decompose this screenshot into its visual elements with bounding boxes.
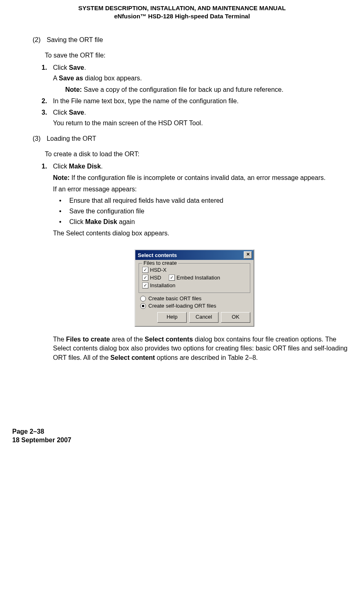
note-text: If the configuration file is incomplete … — [71, 174, 325, 181]
header-line1: SYSTEM DESCRIPTION, INSTALLATION, AND MA… — [12, 4, 352, 12]
radio-selfloading[interactable] — [140, 303, 146, 309]
radio-dot-icon — [142, 305, 144, 307]
s2-step3: 3. Click Save. You return to the main sc… — [53, 109, 352, 127]
footer-date: 18 September 2007 — [12, 436, 352, 445]
s3-note: Note: If the configuration file is incom… — [53, 174, 352, 182]
dialog-titlebar: Select contents ✕ — [135, 250, 254, 260]
select-contents-dialog: Select contents ✕ Files to create ✓ HSD-… — [135, 249, 254, 327]
section-3-title: Loading the ORT — [46, 135, 96, 142]
bullet-1: Ensure that all required fields have val… — [59, 197, 352, 204]
s2-step1-body: A Save as dialog box appears. — [53, 75, 352, 82]
section-3-intro: To create a disk to load the ORT: — [45, 151, 352, 158]
s3-err-intro: If an error message appears: — [53, 186, 352, 193]
section-3-heading: (3) Loading the ORT — [33, 135, 352, 142]
s2-step1-text: Click Save. — [53, 64, 86, 71]
s3-step1-text: Click Make Disk. — [53, 163, 103, 170]
checkbox-hsd-label: HSD — [150, 275, 167, 281]
s3-select-line: The Select contents dialog box appears. — [53, 230, 352, 237]
group-label: Files to create — [142, 260, 178, 266]
bullet-2: Save the configuration file — [59, 208, 352, 215]
s2-step3-num: 3. — [42, 109, 47, 116]
note-label: Note: — [65, 86, 84, 93]
cancel-button[interactable]: Cancel — [189, 312, 218, 323]
section-2-title: Saving the ORT file — [46, 36, 103, 43]
checkbox-install-label: Installation — [150, 282, 175, 288]
s2-step2-text: In the File name text box, type the name… — [53, 98, 238, 104]
s3-step1: 1. Click Make Disk. — [53, 163, 352, 170]
checkbox-embed-label: Embed Installation — [176, 275, 220, 281]
s2-note: Note: Save a copy of the configuration f… — [65, 86, 352, 93]
s2-step3-text: Click Save. — [53, 109, 86, 116]
s3-step1-num: 1. — [42, 163, 47, 170]
s3-bullets: Ensure that all required fields have val… — [59, 197, 352, 226]
files-to-create-group: Files to create ✓ HSD-X ✓ HSD ✓ Embed In… — [139, 263, 250, 293]
radio-basic[interactable] — [140, 296, 146, 302]
radio-basic-label: Create basic ORT files — [148, 295, 201, 302]
section-3-num: (3) — [33, 135, 45, 142]
radio-selfloading-label: Create self-loading ORT files — [148, 303, 216, 309]
s2-step1-num: 1. — [42, 64, 47, 71]
after-dialog-para: The Files to create area of the Select c… — [53, 335, 352, 362]
dialog-title: Select contents — [137, 252, 177, 258]
checkbox-embed[interactable]: ✓ — [169, 275, 175, 281]
checkbox-hsd[interactable]: ✓ — [142, 275, 148, 281]
note-text: Save a copy of the configuration file fo… — [84, 86, 283, 93]
page-footer: Page 2–38 18 September 2007 — [12, 428, 352, 445]
s2-step3-body: You return to the main screen of the HSD… — [53, 120, 352, 127]
note-label: Note: — [53, 174, 71, 181]
ok-button[interactable]: OK — [221, 312, 250, 323]
checkbox-hsdx-label: HSD-X — [150, 267, 166, 273]
s2-step2: 2. In the File name text box, type the n… — [53, 98, 352, 105]
help-button[interactable]: Help — [157, 312, 187, 323]
s2-step2-num: 2. — [42, 98, 47, 105]
close-icon[interactable]: ✕ — [244, 251, 252, 259]
header-line2: eNfusion™ HSD-128 High-speed Data Termin… — [12, 12, 352, 20]
section-2-intro: To save the ORT file: — [45, 52, 352, 59]
section-2-heading: (2) Saving the ORT file — [33, 36, 352, 44]
checkbox-hsdx[interactable]: ✓ — [142, 267, 148, 273]
s2-step1: 1. Click Save. A Save as dialog box appe… — [53, 64, 352, 82]
section-2-num: (2) — [33, 36, 45, 44]
checkbox-install[interactable]: ✓ — [142, 282, 148, 288]
bullet-3: Click Make Disk again — [59, 218, 352, 226]
footer-page: Page 2–38 — [12, 428, 352, 436]
doc-header: SYSTEM DESCRIPTION, INSTALLATION, AND MA… — [12, 4, 352, 20]
